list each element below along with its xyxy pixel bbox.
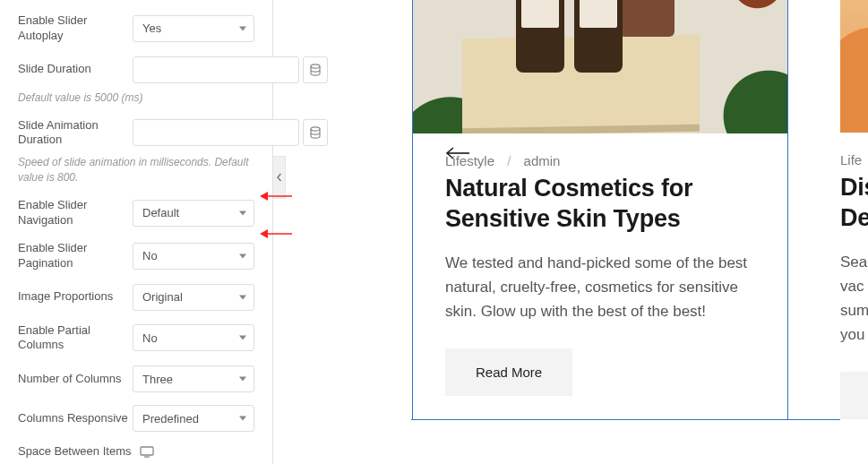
select-num-cols[interactable]: Three [133, 365, 254, 392]
select-partial-cols[interactable]: No [133, 324, 254, 351]
label-navigation: Enable Slider Navigation [18, 198, 133, 228]
post-excerpt: Sea vac sum you [840, 250, 868, 348]
arrow-left-icon [445, 147, 470, 159]
chevron-down-icon [239, 211, 246, 215]
annotation-arrow [260, 190, 292, 202]
database-icon [310, 64, 321, 76]
row-anim-duration: Slide Animation Duration [18, 118, 254, 149]
post-body: Life Dis Des Sea vac sum you [840, 133, 868, 445]
post-category[interactable]: Life [840, 152, 862, 168]
post-meta: Lifestyle / admin [445, 153, 755, 168]
chevron-left-icon [276, 173, 282, 182]
chevron-down-icon [239, 253, 246, 258]
post-excerpt: We tested and hand-picked some of the be… [445, 251, 755, 324]
meta-separator: / [507, 153, 511, 168]
label-proportions: Image Proportions [18, 289, 133, 305]
row-proportions: Image Proportions Original [18, 284, 254, 311]
row-autoplay: Enable Slider Autoplay Yes [18, 13, 254, 44]
post-meta: Life [840, 152, 868, 168]
read-more-button[interactable] [840, 372, 868, 419]
database-icon [310, 126, 321, 139]
label-space: Space Between Items [18, 444, 131, 460]
post-author[interactable]: admin [524, 153, 561, 168]
slider-prev-arrow[interactable] [445, 147, 470, 162]
label-pagination: Enable Slider Pagination [18, 241, 133, 271]
chevron-down-icon [239, 26, 246, 30]
label-partial-cols: Enable Partial Columns [18, 323, 133, 354]
row-cols-responsive: Columns Responsive Predefined [18, 405, 254, 432]
post-body: Lifestyle / admin Natural Cosmetics for … [413, 133, 787, 419]
select-proportions[interactable]: Original [133, 284, 254, 311]
select-proportions-value: Original [142, 290, 183, 304]
dynamic-tags-button[interactable] [303, 119, 328, 146]
select-cols-responsive-value: Predefined [142, 412, 199, 425]
preview-area: Lifestyle / admin Natural Cosmetics for … [412, 0, 868, 464]
input-anim-duration[interactable] [133, 119, 299, 146]
post-title[interactable]: Dis Des [840, 173, 868, 234]
post-title[interactable]: Natural Cosmetics for Sensitive Skin Typ… [445, 174, 755, 235]
row-navigation: Enable Slider Navigation Default [18, 198, 254, 228]
select-pagination[interactable]: No [133, 243, 254, 270]
post-card[interactable]: Lifestyle / admin Natural Cosmetics for … [412, 0, 788, 420]
settings-panel: Enable Slider Autoplay Yes Slide Duratio… [0, 0, 273, 464]
hint-anim-duration: Speed of slide animation in milliseconds… [18, 155, 254, 185]
row-slide-duration: Slide Duration [18, 56, 254, 83]
input-slide-duration[interactable] [133, 56, 299, 83]
dynamic-tags-button[interactable] [303, 56, 328, 83]
select-partial-cols-value: No [142, 331, 158, 345]
svg-point-1 [311, 127, 320, 131]
svg-rect-2 [141, 447, 153, 455]
chevron-down-icon [239, 295, 246, 299]
chevron-down-icon [239, 336, 246, 340]
select-navigation[interactable]: Default [133, 200, 254, 227]
select-cols-responsive[interactable]: Predefined [133, 405, 254, 432]
select-autoplay-value: Yes [142, 21, 161, 35]
row-pagination: Enable Slider Pagination No [18, 241, 254, 271]
row-partial-cols: Enable Partial Columns No [18, 323, 254, 354]
hint-slide-duration: Default value is 5000 (ms) [18, 90, 254, 106]
label-autoplay: Enable Slider Autoplay [18, 13, 133, 44]
annotation-arrow [260, 228, 292, 240]
label-num-cols: Number of Columns [18, 372, 133, 387]
label-cols-responsive: Columns Responsive [18, 411, 133, 426]
desktop-icon[interactable] [140, 446, 154, 458]
select-navigation-value: Default [142, 206, 179, 219]
select-num-cols-value: Three [142, 373, 173, 386]
select-autoplay[interactable]: Yes [133, 15, 254, 42]
label-anim-duration: Slide Animation Duration [18, 118, 133, 149]
post-card[interactable]: Life Dis Des Sea vac sum you [840, 0, 868, 445]
select-pagination-value: No [142, 249, 158, 262]
post-image [840, 0, 868, 133]
row-space: Space Between Items [18, 444, 254, 460]
chevron-down-icon [239, 377, 246, 382]
svg-point-0 [311, 64, 320, 68]
post-image [413, 0, 787, 133]
read-more-button[interactable]: Read More [445, 348, 572, 396]
label-slide-duration: Slide Duration [18, 62, 133, 77]
chevron-down-icon [239, 417, 246, 421]
row-num-cols: Number of Columns Three [18, 365, 254, 392]
